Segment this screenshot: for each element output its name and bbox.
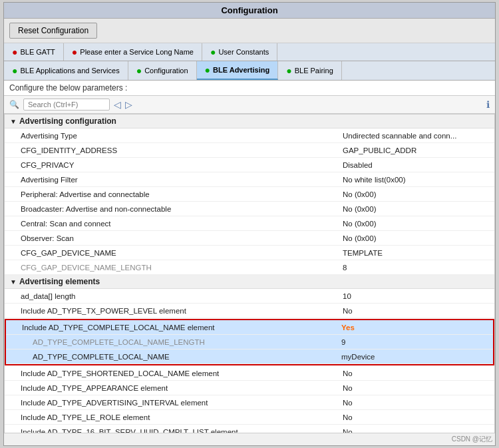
param-peripheral-advertise: Peripheral: Advertise and connectable No… — [5, 187, 494, 202]
param-value: No (0x00) — [343, 234, 489, 242]
tab-status-icon: ● — [12, 65, 17, 76]
tab-status-icon: ● — [12, 47, 17, 57]
param-include-le-role: Include AD_TYPE_LE_ROLE element No — [5, 410, 494, 425]
tab-user-constants[interactable]: ● User Constants — [202, 43, 277, 61]
tab-configuration[interactable]: ● Configuration — [128, 61, 197, 80]
tab-ble-gatt[interactable]: ● BLE GATT — [4, 43, 64, 61]
param-value: TEMPLATE — [343, 249, 489, 257]
param-complete-local-name: AD_TYPE_COMPLETE_LOCAL_NAME myDevice — [6, 349, 493, 364]
param-name: Include AD_TYPE_TX_POWER_LEVEL element — [21, 307, 343, 315]
watermark: CSDN @记忆 — [4, 433, 495, 445]
param-advertising-filter: Advertising Filter No white list(0x00) — [5, 172, 494, 187]
param-name: Broadcaster: Advertise and non-connectab… — [21, 205, 343, 213]
param-cfg-privacy: CFG_PRIVACY Disabled — [5, 158, 494, 172]
title-bar: Configuration — [4, 3, 495, 19]
param-value: 9 — [341, 338, 488, 346]
tab-label: BLE Applications and Services — [20, 67, 119, 75]
param-name: CFG_PRIVACY — [21, 161, 343, 169]
window-title: Configuration — [221, 5, 277, 15]
param-observer-scan: Observer: Scan No (0x00) — [5, 231, 494, 246]
param-complete-local-name-length: AD_TYPE_COMPLETE_LOCAL_NAME_LENGTH 9 — [6, 335, 493, 349]
collapse-arrow: ▼ — [10, 118, 17, 125]
param-value: No — [343, 428, 489, 434]
param-value: No (0x00) — [343, 190, 489, 198]
section-label: Advertising elements — [19, 277, 100, 286]
param-include-shortened-local-name: Include AD_TYPE_SHORTENED_LOCAL_NAME ele… — [5, 366, 494, 381]
param-name: Central: Scan and connect — [21, 220, 343, 228]
tab-status-icon: ● — [136, 65, 142, 76]
param-cfg-gap-device-name: CFG_GAP_DEVICE_NAME TEMPLATE — [5, 246, 494, 260]
reset-configuration-button[interactable]: Reset Configuration — [9, 23, 97, 39]
param-name: CFG_GAP_DEVICE_NAME — [21, 249, 343, 257]
param-value: No — [343, 307, 489, 315]
search-bar: 🔍 ◁ ▷ ℹ — [4, 96, 495, 114]
tab-label: Configuration — [144, 67, 188, 75]
param-name: CFG_GAP_DEVICE_NAME_LENGTH — [21, 264, 343, 272]
tab-status-icon: ● — [210, 47, 216, 57]
param-value: No white list(0x00) — [343, 176, 489, 184]
param-broadcaster-advertise: Broadcaster: Advertise and non-connectab… — [5, 202, 494, 216]
tab-label: BLE Pairing — [295, 67, 333, 75]
tab-ble-advertising[interactable]: ● BLE Advertising — [197, 61, 279, 80]
param-name: Advertising Filter — [21, 176, 343, 184]
param-name: AD_TYPE_COMPLETE_LOCAL_NAME — [33, 353, 341, 361]
param-include-16bit-serv-uuid: Include AD_TYPE_16_BIT_SERV_UUID_CMPLT_L… — [5, 425, 494, 433]
collapse-arrow: ▼ — [10, 278, 17, 286]
toolbar: Reset Configuration — [4, 19, 495, 43]
param-name: CFG_IDENTITY_ADDRESS — [21, 146, 343, 154]
param-name: Include AD_TYPE_SHORTENED_LOCAL_NAME ele… — [21, 369, 343, 377]
tabs-row1: ● BLE GATT ● Please enter a Service Long… — [4, 43, 495, 61]
tab-service-long-name[interactable]: ● Please enter a Service Long Name — [64, 43, 202, 61]
param-value: 8 — [343, 264, 489, 272]
param-value: No (0x00) — [343, 220, 489, 228]
section-advertising-elements[interactable]: ▼ Advertising elements — [5, 275, 494, 289]
param-value: myDevice — [341, 353, 488, 361]
tab-label: BLE Advertising — [213, 66, 269, 74]
param-cfg-gap-device-name-length: CFG_GAP_DEVICE_NAME_LENGTH 8 — [5, 260, 494, 275]
param-value: GAP_PUBLIC_ADDR — [343, 146, 489, 154]
tab-ble-apps[interactable]: ● BLE Applications and Services — [4, 61, 128, 80]
tab-status-icon: ● — [72, 47, 77, 57]
tab-status-icon: ● — [205, 65, 210, 75]
param-value: No — [343, 413, 489, 421]
param-name: ad_data[] length — [21, 292, 343, 300]
param-include-appearance: Include AD_TYPE_APPEARANCE element No — [5, 381, 494, 395]
prev-button[interactable]: ◁ — [114, 99, 121, 110]
param-name: Include AD_TYPE_COMPLETE_LOCAL_NAME elem… — [22, 324, 341, 332]
configure-label: Configure the below parameters : — [4, 81, 495, 96]
param-value: Disabled — [343, 161, 489, 169]
tab-label: Please enter a Service Long Name — [80, 48, 194, 56]
search-icon: 🔍 — [9, 100, 19, 109]
next-button[interactable]: ▷ — [125, 99, 132, 110]
param-value: Undirected scannable and conn... — [343, 132, 489, 140]
tab-ble-pairing[interactable]: ● BLE Pairing — [278, 61, 342, 80]
highlighted-group: Include AD_TYPE_COMPLETE_LOCAL_NAME elem… — [5, 319, 494, 365]
param-name: Include AD_TYPE_LE_ROLE element — [21, 413, 343, 421]
param-include-complete-local-name: Include AD_TYPE_COMPLETE_LOCAL_NAME elem… — [6, 320, 493, 335]
section-advertising-configuration[interactable]: ▼ Advertising configuration — [5, 114, 494, 128]
param-cfg-identity-address: CFG_IDENTITY_ADDRESS GAP_PUBLIC_ADDR — [5, 143, 494, 158]
param-advertising-type: Advertising Type Undirected scannable an… — [5, 128, 494, 143]
param-value: No (0x00) — [343, 205, 489, 213]
param-value: No — [343, 399, 489, 407]
param-value: No — [343, 384, 489, 392]
param-include-advertising-interval: Include AD_TYPE_ADVERTISING_INTERVAL ele… — [5, 395, 494, 410]
param-name: Include AD_TYPE_ADVERTISING_INTERVAL ele… — [21, 399, 343, 407]
param-name: AD_TYPE_COMPLETE_LOCAL_NAME_LENGTH — [33, 338, 341, 346]
param-central-scan: Central: Scan and connect No (0x00) — [5, 216, 494, 231]
param-value: Yes — [341, 324, 488, 332]
main-window: Configuration Reset Configuration ● BLE … — [3, 2, 496, 446]
param-name: Advertising Type — [21, 132, 343, 140]
param-name: Include AD_TYPE_APPEARANCE element — [21, 384, 343, 392]
tab-status-icon: ● — [286, 65, 291, 76]
search-input[interactable] — [23, 99, 110, 111]
tabs-row2: ● BLE Applications and Services ● Config… — [4, 61, 495, 81]
param-name: Observer: Scan — [21, 234, 343, 242]
param-value: 10 — [343, 292, 489, 300]
param-name: Peripheral: Advertise and connectable — [21, 190, 343, 198]
param-name: Include AD_TYPE_16_BIT_SERV_UUID_CMPLT_L… — [21, 428, 343, 434]
tab-label: BLE GATT — [20, 48, 55, 56]
section-label: Advertising configuration — [19, 116, 116, 126]
tab-label: User Constants — [218, 48, 269, 56]
param-value: No — [343, 369, 489, 377]
